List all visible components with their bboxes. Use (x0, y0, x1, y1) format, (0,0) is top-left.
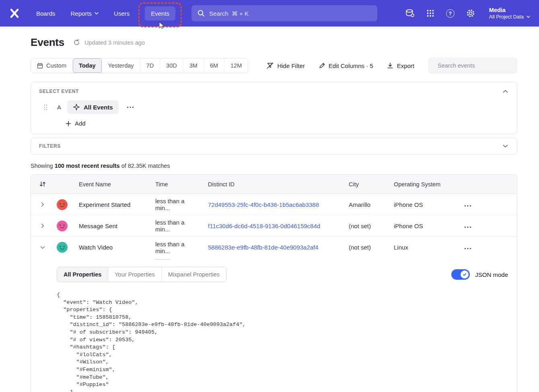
collapse-section-button[interactable] (502, 89, 509, 94)
event-name: Message Sent (71, 223, 148, 229)
date-30d-button[interactable]: 30D (160, 58, 183, 73)
filters-card: FILTERS (31, 138, 517, 155)
table-row: Message Sent less than a min... f11c30d6… (31, 215, 517, 237)
event-row-letter: A (57, 104, 61, 111)
nav-boards[interactable]: Boards (36, 6, 56, 21)
main-content: Events Updated 3 minutes ago Custom Toda… (0, 27, 539, 392)
row-more-options-button[interactable] (457, 223, 517, 229)
nav-events[interactable]: Events (145, 6, 175, 21)
tab-your-properties[interactable]: Your Properties (108, 267, 161, 282)
event-time: less than a min... (148, 198, 200, 211)
date-7d-button[interactable]: 7D (140, 58, 160, 73)
select-event-title: SELECT EVENT (39, 89, 79, 94)
ellipsis-icon (127, 106, 134, 108)
top-navbar: Boards Reports Users Events ? Media (0, 0, 539, 27)
all-events-sparkle-icon (73, 103, 80, 111)
expand-filters-button[interactable] (502, 144, 509, 149)
event-select-button[interactable]: All Events (67, 100, 119, 114)
event-os: iPhone OS (386, 223, 457, 229)
row-more-options-button[interactable] (457, 201, 517, 208)
mixpanel-logo[interactable] (9, 8, 20, 19)
filter-funnel-icon (267, 62, 274, 69)
nav-events-wrap: Events (145, 6, 175, 21)
hide-filter-label: Hide Filter (277, 62, 304, 69)
events-search[interactable] (428, 58, 517, 74)
filters-title: FILTERS (39, 143, 61, 149)
events-search-input[interactable] (438, 62, 513, 69)
project-scope-label: All Project Data (489, 14, 524, 21)
avatar[interactable] (57, 199, 68, 210)
event-city: (not set) (341, 223, 386, 229)
settings-gear-icon[interactable] (466, 9, 475, 18)
col-header-distinct-id[interactable]: Distinct ID (200, 181, 341, 188)
event-os: iPhone OS (386, 201, 457, 208)
edit-columns-button[interactable]: Edit Columns · 5 (319, 62, 373, 69)
expand-row-button[interactable] (38, 200, 47, 209)
chevron-down-icon (40, 245, 45, 250)
distinct-id-link[interactable]: 5886283e-e9fb-48fb-81de-40e9093a2af4 (208, 244, 318, 251)
toolbar: Custom Today Yesterday 7D 30D 3M 6M 12M … (31, 58, 517, 74)
ellipsis-icon (464, 226, 471, 228)
check-icon (462, 272, 467, 277)
distinct-id-link[interactable]: f11c30d6-dc6d-4518-9136-0d046159c84d (208, 223, 320, 229)
sort-icon[interactable] (39, 181, 46, 187)
event-more-options-button[interactable] (125, 105, 136, 110)
events-table: Event Name Time Distinct ID City Operati… (31, 174, 517, 392)
col-header-city[interactable]: City (341, 181, 386, 188)
event-name: Experiment Started (71, 201, 148, 208)
date-12m-button[interactable]: 12M (224, 58, 248, 73)
properties-tab-group: All Properties Your Properties Mixpanel … (57, 267, 226, 282)
hide-filter-button[interactable]: Hide Filter (267, 62, 304, 69)
event-city: Amarillo (341, 201, 386, 208)
results-count: 100 most recent results (55, 163, 120, 169)
collapse-row-button[interactable] (38, 243, 47, 252)
date-today-button[interactable]: Today (72, 58, 102, 73)
export-button[interactable]: Export (387, 62, 414, 69)
expand-row-button[interactable] (38, 221, 47, 230)
nav-reports[interactable]: Reports (71, 6, 99, 21)
global-search[interactable] (191, 5, 377, 21)
page-title: Events (31, 36, 64, 49)
drag-handle-icon[interactable] (44, 104, 47, 110)
help-icon[interactable]: ? (446, 9, 455, 18)
tab-all-properties[interactable]: All Properties (57, 267, 108, 282)
main-nav: Boards Reports Users Events (36, 6, 175, 21)
nav-users[interactable]: Users (114, 6, 130, 21)
col-header-time[interactable]: Time (148, 181, 200, 188)
distinct-id-link[interactable]: 72d49553-25fc-4f0c-b436-1b5ac6ab3388 (208, 201, 319, 208)
apps-grid-icon[interactable] (426, 9, 434, 17)
event-json-code: { "event": "Watch Video", "properties": … (57, 291, 509, 392)
data-management-icon[interactable] (405, 9, 415, 18)
add-event-button[interactable]: Add (66, 120, 86, 127)
avatar[interactable] (57, 242, 68, 253)
select-event-card: SELECT EVENT A All Events Add (31, 82, 517, 134)
table-row-expanded: Watch Video less than a min... 5886283e-… (31, 237, 517, 258)
pencil-icon (319, 62, 325, 69)
date-range-group: Custom Today Yesterday 7D 30D 3M 6M 12M (31, 58, 248, 73)
date-custom-button[interactable]: Custom (31, 58, 72, 73)
results-suffix: of 82.35K matches (120, 163, 170, 169)
date-3m-button[interactable]: 3M (183, 58, 204, 73)
event-time: less than a min... (148, 219, 200, 233)
global-search-input[interactable] (209, 10, 371, 17)
project-switcher[interactable]: Media All Project Data (489, 6, 530, 21)
refresh-button[interactable] (73, 39, 80, 46)
col-header-os[interactable]: Operating System (386, 181, 457, 188)
avatar[interactable] (57, 221, 68, 231)
col-header-event-name[interactable]: Event Name (71, 181, 148, 188)
tab-mixpanel-properties[interactable]: Mixpanel Properties (161, 267, 226, 282)
page-header: Events Updated 3 minutes ago (31, 36, 517, 49)
row-more-options-button[interactable] (457, 244, 517, 251)
row-detail-panel: All Properties Your Properties Mixpanel … (31, 258, 517, 392)
last-updated-text: Updated 3 minutes ago (84, 39, 145, 46)
ellipsis-icon (464, 248, 471, 250)
results-prefix: Showing (31, 163, 55, 169)
date-6m-button[interactable]: 6M (204, 58, 224, 73)
download-icon (387, 62, 393, 69)
mouse-cursor-icon (159, 22, 165, 29)
event-os: Linux (386, 244, 457, 251)
table-header-row: Event Name Time Distinct ID City Operati… (31, 175, 517, 194)
json-mode-toggle[interactable] (451, 269, 470, 280)
date-yesterday-button[interactable]: Yesterday (102, 58, 140, 73)
chevron-right-icon (40, 202, 45, 207)
